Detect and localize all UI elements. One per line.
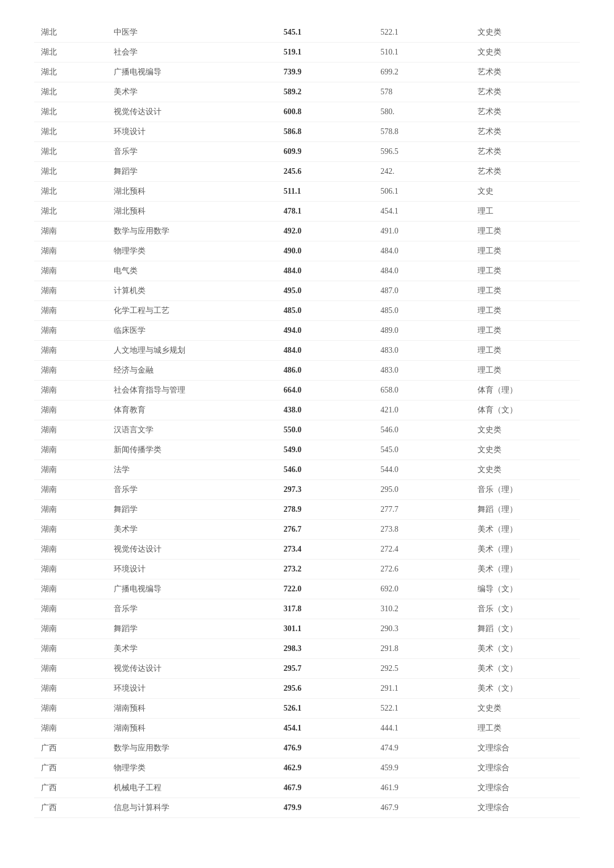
score2-cell: 580. (374, 102, 471, 122)
province-cell: 湖南 (34, 699, 107, 719)
score2-cell: 483.0 (374, 361, 471, 381)
province-cell: 湖南 (34, 659, 107, 679)
score2-cell: 578.8 (374, 122, 471, 142)
major-cell: 湖南预科 (107, 699, 277, 719)
province-cell: 湖南 (34, 420, 107, 440)
major-cell: 舞蹈学 (107, 162, 277, 182)
type-cell: 舞蹈（理） (471, 500, 580, 520)
score1-cell: 546.0 (277, 460, 374, 480)
major-cell: 经济与金融 (107, 361, 277, 381)
score2-cell: 273.8 (374, 520, 471, 540)
data-table: 湖北中医学545.1522.1文史类湖北社会学519.1510.1文史类湖北广播… (34, 23, 580, 818)
table-row: 湖北舞蹈学245.6242.艺术类 (34, 162, 580, 182)
major-cell: 新闻传播学类 (107, 440, 277, 460)
major-cell: 环境设计 (107, 122, 277, 142)
score2-cell: 467.9 (374, 798, 471, 818)
table-row: 湖南汉语言文学550.0546.0文史类 (34, 420, 580, 440)
score2-cell: 459.9 (374, 758, 471, 778)
score2-cell: 489.0 (374, 321, 471, 341)
score1-cell: 484.0 (277, 261, 374, 281)
table-row: 湖南社会体育指导与管理664.0658.0体育（理） (34, 381, 580, 400)
score1-cell: 484.0 (277, 341, 374, 361)
province-cell: 广西 (34, 798, 107, 818)
major-cell: 数学与应用数学 (107, 738, 277, 758)
major-cell: 环境设计 (107, 679, 277, 699)
score2-cell: 277.7 (374, 500, 471, 520)
table-row: 湖南音乐学297.3295.0音乐（理） (34, 480, 580, 500)
score1-cell: 545.1 (277, 23, 374, 43)
province-cell: 湖北 (34, 162, 107, 182)
province-cell: 湖南 (34, 679, 107, 699)
score1-cell: 462.9 (277, 758, 374, 778)
major-cell: 物理学类 (107, 758, 277, 778)
major-cell: 音乐学 (107, 480, 277, 500)
table-row: 湖北湖北预科511.1506.1文史 (34, 182, 580, 202)
score2-cell: 510.1 (374, 43, 471, 62)
score1-cell: 492.0 (277, 222, 374, 241)
score1-cell: 664.0 (277, 381, 374, 400)
type-cell: 艺术类 (471, 122, 580, 142)
score2-cell: 272.6 (374, 560, 471, 579)
score2-cell: 292.5 (374, 659, 471, 679)
type-cell: 理工类 (471, 719, 580, 738)
province-cell: 湖南 (34, 460, 107, 480)
score2-cell: 291.8 (374, 639, 471, 659)
province-cell: 湖北 (34, 62, 107, 82)
major-cell: 音乐学 (107, 142, 277, 162)
table-row: 湖南环境设计273.2272.6美术（理） (34, 560, 580, 579)
major-cell: 环境设计 (107, 560, 277, 579)
province-cell: 湖南 (34, 261, 107, 281)
score1-cell: 600.8 (277, 102, 374, 122)
score2-cell: 699.2 (374, 62, 471, 82)
province-cell: 湖南 (34, 440, 107, 460)
score2-cell: 596.5 (374, 142, 471, 162)
type-cell: 文理综合 (471, 738, 580, 758)
table-row: 湖南电气类484.0484.0理工类 (34, 261, 580, 281)
major-cell: 电气类 (107, 261, 277, 281)
province-cell: 湖南 (34, 301, 107, 321)
score2-cell: 310.2 (374, 599, 471, 619)
type-cell: 舞蹈（文） (471, 619, 580, 639)
table-row: 湖南湖南预科526.1522.1文史类 (34, 699, 580, 719)
score1-cell: 486.0 (277, 361, 374, 381)
province-cell: 湖南 (34, 400, 107, 420)
table-row: 湖南舞蹈学278.9277.7舞蹈（理） (34, 500, 580, 520)
score2-cell: 522.1 (374, 699, 471, 719)
major-cell: 机械电子工程 (107, 778, 277, 798)
score2-cell: 506.1 (374, 182, 471, 202)
province-cell: 湖南 (34, 579, 107, 599)
type-cell: 文史类 (471, 440, 580, 460)
table-row: 广西信息与计算科学479.9467.9文理综合 (34, 798, 580, 818)
score2-cell: 578 (374, 82, 471, 102)
type-cell: 文史类 (471, 23, 580, 43)
type-cell: 理工类 (471, 341, 580, 361)
table-row: 湖南环境设计295.6291.1美术（文） (34, 679, 580, 699)
table-row: 湖南法学546.0544.0文史类 (34, 460, 580, 480)
score2-cell: 444.1 (374, 719, 471, 738)
type-cell: 理工类 (471, 241, 580, 261)
score1-cell: 495.0 (277, 281, 374, 301)
table-row: 湖南美术学276.7273.8美术（理） (34, 520, 580, 540)
score1-cell: 454.1 (277, 719, 374, 738)
major-cell: 美术学 (107, 639, 277, 659)
table-row: 湖北环境设计586.8578.8艺术类 (34, 122, 580, 142)
score1-cell: 295.7 (277, 659, 374, 679)
score2-cell: 461.9 (374, 778, 471, 798)
table-row: 湖北美术学589.2578艺术类 (34, 82, 580, 102)
score2-cell: 692.0 (374, 579, 471, 599)
table-row: 湖北音乐学609.9596.5艺术类 (34, 142, 580, 162)
score2-cell: 658.0 (374, 381, 471, 400)
province-cell: 湖南 (34, 321, 107, 341)
table-row: 湖南经济与金融486.0483.0理工类 (34, 361, 580, 381)
type-cell: 理工类 (471, 361, 580, 381)
major-cell: 社会学 (107, 43, 277, 62)
type-cell: 体育（文） (471, 400, 580, 420)
score1-cell: 317.8 (277, 599, 374, 619)
major-cell: 体育教育 (107, 400, 277, 420)
table-row: 湖南数学与应用数学492.0491.0理工类 (34, 222, 580, 241)
major-cell: 视觉传达设计 (107, 659, 277, 679)
province-cell: 广西 (34, 738, 107, 758)
type-cell: 音乐（理） (471, 480, 580, 500)
province-cell: 广西 (34, 758, 107, 778)
province-cell: 湖北 (34, 202, 107, 222)
